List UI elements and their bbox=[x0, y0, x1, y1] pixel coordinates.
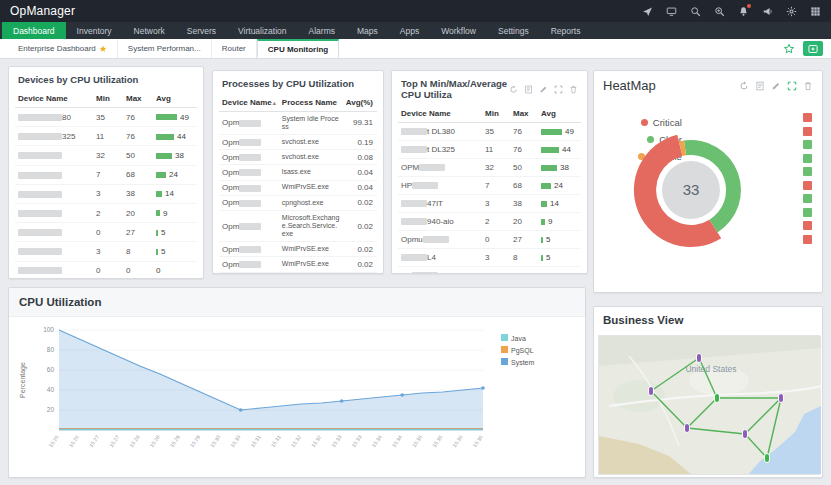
device-row[interactable]: 33814 bbox=[15, 184, 197, 203]
app-title[interactable]: OpManager bbox=[10, 4, 75, 18]
process-row[interactable]: OpmWmiPrvSE.exe0.02 bbox=[219, 242, 377, 257]
bell-icon[interactable] bbox=[738, 6, 749, 17]
delete-icon[interactable] bbox=[569, 85, 578, 94]
nav-item-apps[interactable]: Apps bbox=[389, 22, 430, 39]
monitor-icon[interactable] bbox=[666, 6, 677, 17]
column-header-device-name[interactable]: Device Name▴ bbox=[219, 94, 279, 112]
heatmap-cell[interactable] bbox=[803, 127, 812, 136]
heatmap-cell[interactable] bbox=[803, 154, 812, 163]
device-row[interactable]: OPM325038 bbox=[398, 159, 581, 177]
edit-icon[interactable] bbox=[539, 85, 548, 94]
heatmap-cell[interactable] bbox=[803, 113, 812, 122]
device-row[interactable]: 385 bbox=[15, 242, 197, 261]
expand-icon[interactable] bbox=[787, 81, 797, 91]
device-row[interactable]: 325117644 bbox=[15, 127, 197, 146]
report-icon[interactable] bbox=[524, 85, 533, 94]
device-row[interactable]: 000 bbox=[15, 261, 197, 279]
process-name-cell: cpnghost.exe bbox=[279, 195, 343, 210]
heatmap-cell[interactable] bbox=[803, 167, 812, 176]
nav-item-reports[interactable]: Reports bbox=[540, 22, 592, 39]
favorite-star-icon[interactable] bbox=[783, 43, 795, 55]
device-row[interactable]: 76824 bbox=[15, 165, 197, 184]
column-header-max[interactable]: Max bbox=[123, 90, 153, 108]
device-row[interactable]: 0275 bbox=[15, 223, 197, 242]
nav-item-settings[interactable]: Settings bbox=[487, 22, 540, 39]
process-row[interactable]: Opmsvchost.exe0.19 bbox=[219, 134, 377, 149]
add-widget-button[interactable] bbox=[803, 41, 823, 56]
refresh-icon[interactable] bbox=[739, 81, 749, 91]
widget-heatmap: HeatMap CriticalClearTrouble 33 bbox=[593, 70, 823, 293]
nav-item-servers[interactable]: Servers bbox=[176, 22, 227, 39]
process-row[interactable]: Opmlsass.exe0.04 bbox=[219, 165, 377, 180]
device-row[interactable]: Opmu0275 bbox=[398, 231, 581, 249]
nav-item-inventory[interactable]: Inventory bbox=[66, 22, 123, 39]
avg-cell: 44 bbox=[538, 141, 581, 159]
process-row[interactable]: OpmMicrosoft.Exchange.Search.Service.exe… bbox=[219, 210, 377, 241]
heatmap-cell[interactable] bbox=[803, 221, 812, 230]
tab-system-performan[interactable]: System Performan... bbox=[118, 39, 212, 58]
zoom-in-icon[interactable] bbox=[714, 6, 725, 17]
tab-router[interactable]: Router bbox=[212, 39, 257, 58]
delete-icon[interactable] bbox=[803, 81, 813, 91]
megaphone-icon[interactable] bbox=[762, 6, 773, 17]
grid-icon[interactable] bbox=[810, 6, 821, 17]
device-row[interactable]: HP000 bbox=[398, 267, 581, 275]
process-row[interactable]: Opmcpnghost.exe0.02 bbox=[219, 195, 377, 210]
svg-text:15:35: 15:35 bbox=[411, 434, 423, 448]
edit-icon[interactable] bbox=[771, 81, 781, 91]
process-row[interactable]: OpmWmiPrvSE.exe0.04 bbox=[219, 180, 377, 195]
column-header-device-name[interactable]: Device Name bbox=[398, 105, 482, 123]
nav-item-dashboard[interactable]: Dashboard bbox=[2, 22, 66, 39]
tab-cpu-monitoring[interactable]: CPU Monitoring bbox=[257, 39, 339, 58]
device-row[interactable]: 80357649 bbox=[15, 108, 197, 127]
column-header-process-name[interactable]: Process Name bbox=[279, 94, 343, 112]
refresh-icon[interactable] bbox=[509, 85, 518, 94]
process-row[interactable]: Opmsvchost.exe0.08 bbox=[219, 150, 377, 165]
redacted-device-name bbox=[18, 210, 62, 217]
report-icon[interactable] bbox=[755, 81, 765, 91]
column-header-min[interactable]: Min bbox=[93, 90, 123, 108]
min-cell: 32 bbox=[482, 159, 510, 177]
gear-icon[interactable] bbox=[786, 6, 797, 17]
tab-enterprise-dashboard[interactable]: Enterprise Dashboard bbox=[8, 39, 118, 58]
process-row[interactable]: OpmWmiPrvSE.exe0.02 bbox=[219, 257, 377, 272]
heatmap-donut[interactable]: 33 bbox=[624, 123, 758, 257]
device-row[interactable]: L4385 bbox=[398, 249, 581, 267]
nav-item-maps[interactable]: Maps bbox=[346, 22, 389, 39]
device-row[interactable]: 325038 bbox=[15, 146, 197, 165]
column-header-device-name[interactable]: Device Name bbox=[15, 90, 93, 108]
business-map[interactable]: United States bbox=[598, 335, 820, 475]
send-icon[interactable] bbox=[642, 6, 653, 17]
heatmap-cell[interactable] bbox=[803, 140, 812, 149]
svg-text:15:33: 15:33 bbox=[330, 434, 342, 448]
legend-swatch bbox=[501, 346, 508, 353]
column-header-avg[interactable]: Avg bbox=[538, 105, 581, 123]
nav-item-workflow[interactable]: Workflow bbox=[430, 22, 487, 39]
legend-swatch bbox=[501, 334, 508, 341]
device-row[interactable]: 940-aio2209 bbox=[398, 213, 581, 231]
svg-text:15:29: 15:29 bbox=[189, 434, 201, 448]
star-icon[interactable] bbox=[99, 45, 107, 53]
column-header-avg[interactable]: Avg bbox=[153, 90, 197, 108]
column-header-avg[interactable]: Avg(%) bbox=[343, 94, 377, 112]
column-header-max[interactable]: Max bbox=[510, 105, 538, 123]
redacted-device-name bbox=[401, 146, 427, 153]
device-row[interactable]: 2209 bbox=[15, 203, 197, 222]
heatmap-cell[interactable] bbox=[803, 235, 812, 244]
device-row[interactable]: t DL325117644 bbox=[398, 141, 581, 159]
nav-item-alarms[interactable]: Alarms bbox=[298, 22, 346, 39]
device-row[interactable]: HP76824 bbox=[398, 177, 581, 195]
nav-item-virtualization[interactable]: Virtualization bbox=[227, 22, 298, 39]
heatmap-cell[interactable] bbox=[803, 208, 812, 217]
svg-text:15:32: 15:32 bbox=[290, 434, 302, 448]
search-icon[interactable] bbox=[690, 6, 701, 17]
nav-item-network[interactable]: Network bbox=[123, 22, 176, 39]
heatmap-cell[interactable] bbox=[803, 194, 812, 203]
device-row[interactable]: 47IT33814 bbox=[398, 195, 581, 213]
device-row[interactable]: t DL380357649 bbox=[398, 123, 581, 141]
heatmap-cell[interactable] bbox=[803, 181, 812, 190]
expand-icon[interactable] bbox=[554, 85, 563, 94]
process-row[interactable]: OpmSystem Idle Process99.31 bbox=[219, 112, 377, 135]
process-row[interactable]: OpmMicrosoft.Exchange.Diagnostics.Servic… bbox=[219, 272, 377, 274]
column-header-min[interactable]: Min bbox=[482, 105, 510, 123]
